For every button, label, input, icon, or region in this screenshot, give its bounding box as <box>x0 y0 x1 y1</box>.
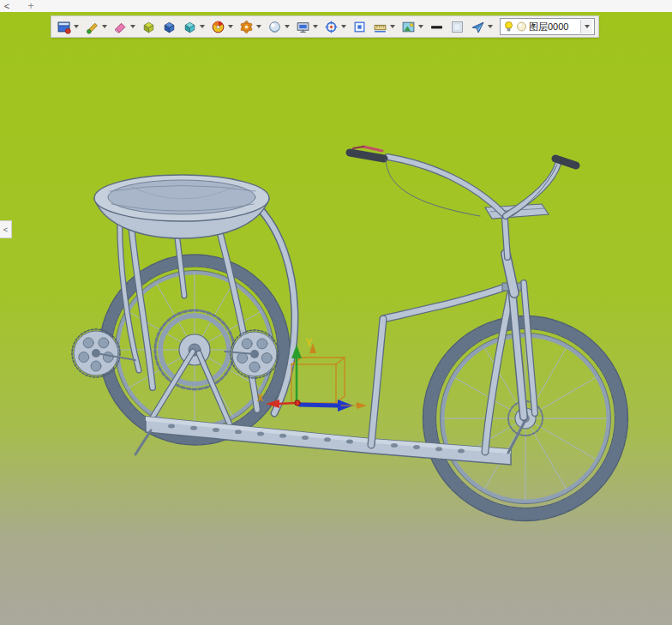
layer-dropdown-button[interactable] <box>580 20 592 33</box>
locate-target-icon[interactable] <box>322 17 348 36</box>
nav-back-button[interactable]: < <box>0 1 14 12</box>
3d-viewport[interactable]: Y X <box>0 12 672 625</box>
model-canvas[interactable]: Y X <box>0 12 672 625</box>
fly-through-icon[interactable] <box>469 17 495 36</box>
light-bulb-icon <box>503 21 514 33</box>
new-tab-button[interactable]: + <box>24 1 38 12</box>
main-toolbar: 图层0000 <box>51 15 599 38</box>
render-sphere-icon[interactable] <box>266 17 291 36</box>
display-settings-icon[interactable] <box>294 17 320 36</box>
handlebar <box>350 147 576 219</box>
gear-wheel-icon[interactable] <box>237 17 263 36</box>
color-fill-icon[interactable] <box>83 17 109 36</box>
shaded-view-icon[interactable] <box>181 17 207 36</box>
panel-expand-button[interactable]: < <box>0 220 12 238</box>
tab-strip: < + <box>0 0 672 13</box>
axis-y-label: Y <box>305 336 313 349</box>
measure-icon[interactable] <box>371 17 397 36</box>
color-wheel-icon[interactable] <box>209 17 235 36</box>
background-color-icon[interactable] <box>448 17 466 36</box>
cad-application-window: < + <box>0 0 672 625</box>
blue-cube-icon[interactable] <box>160 17 178 36</box>
cargo-bicycle-model: Y X <box>72 147 628 521</box>
left-chainwheel <box>72 329 135 377</box>
layer-color-icon <box>516 21 527 33</box>
line-width-icon[interactable] <box>428 17 446 36</box>
layer-selector[interactable]: 图层0000 <box>500 18 595 35</box>
texture-image-icon[interactable] <box>399 17 425 36</box>
new-document-icon[interactable] <box>55 17 81 36</box>
eraser-icon[interactable] <box>111 17 137 36</box>
frame-icon[interactable] <box>351 17 369 36</box>
axis-x-label: X <box>257 393 264 403</box>
solid-box-icon[interactable] <box>140 17 158 36</box>
layer-name: 图层0000 <box>529 21 578 33</box>
